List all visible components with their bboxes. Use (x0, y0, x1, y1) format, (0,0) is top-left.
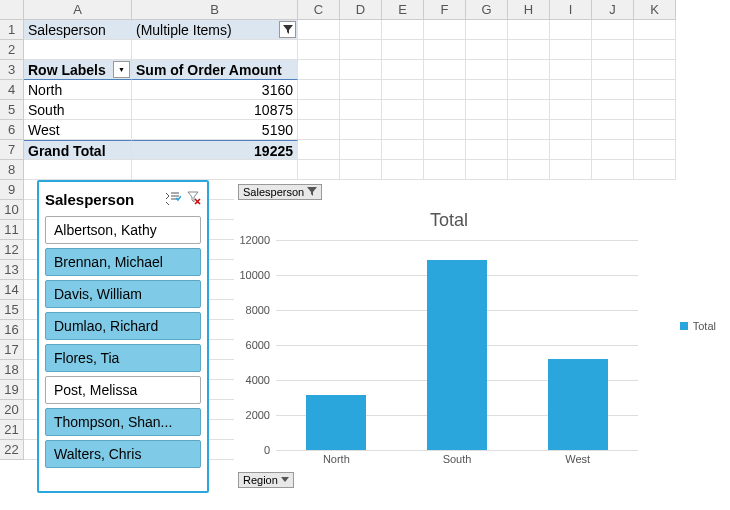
cell[interactable] (424, 100, 466, 120)
col-header-C[interactable]: C (298, 0, 340, 20)
row-header-12[interactable]: 12 (0, 240, 24, 260)
cell[interactable] (550, 160, 592, 180)
row-header-7[interactable]: 7 (0, 140, 24, 160)
cell[interactable] (298, 120, 340, 140)
clear-filter-icon[interactable] (187, 191, 201, 208)
cell[interactable] (634, 20, 676, 40)
cell[interactable] (550, 60, 592, 80)
cell[interactable] (424, 120, 466, 140)
row-header-22[interactable]: 22 (0, 440, 24, 460)
cell[interactable] (424, 80, 466, 100)
cell[interactable] (634, 160, 676, 180)
pivot-row-label[interactable]: South (24, 100, 132, 120)
row-labels-dropdown-icon[interactable]: ▼ (113, 61, 130, 78)
row-header-17[interactable]: 17 (0, 340, 24, 360)
row-header-19[interactable]: 19 (0, 380, 24, 400)
cell[interactable] (508, 160, 550, 180)
slicer-item[interactable]: Dumlao, Richard (45, 312, 201, 340)
cell[interactable] (508, 40, 550, 60)
cell[interactable] (508, 100, 550, 120)
cell[interactable] (298, 140, 340, 160)
chart-filter-salesperson[interactable]: Salesperson (238, 184, 322, 200)
row-header-8[interactable]: 8 (0, 160, 24, 180)
pivot-row-value[interactable]: 10875 (132, 100, 298, 120)
cell[interactable] (298, 100, 340, 120)
row-header-18[interactable]: 18 (0, 360, 24, 380)
slicer-item[interactable]: Brennan, Michael (45, 248, 201, 276)
cell[interactable] (592, 80, 634, 100)
cell[interactable] (24, 40, 132, 60)
cell[interactable] (466, 160, 508, 180)
cell[interactable] (634, 60, 676, 80)
chart-filter-region[interactable]: Region (238, 472, 294, 488)
cell[interactable] (424, 140, 466, 160)
col-header-E[interactable]: E (382, 0, 424, 20)
row-header-3[interactable]: 3 (0, 60, 24, 80)
cell[interactable] (132, 160, 298, 180)
cell[interactable] (592, 100, 634, 120)
cell[interactable] (550, 40, 592, 60)
cell[interactable] (508, 120, 550, 140)
row-header-4[interactable]: 4 (0, 80, 24, 100)
cell[interactable] (466, 20, 508, 40)
row-header-20[interactable]: 20 (0, 400, 24, 420)
cell[interactable] (382, 20, 424, 40)
cell[interactable] (466, 100, 508, 120)
cell[interactable] (550, 140, 592, 160)
cell[interactable] (592, 60, 634, 80)
slicer-item[interactable]: Walters, Chris (45, 440, 201, 468)
cell[interactable] (466, 140, 508, 160)
pivot-total-label[interactable]: Grand Total (24, 140, 132, 160)
cell[interactable] (634, 140, 676, 160)
cell[interactable] (424, 60, 466, 80)
col-header-I[interactable]: I (550, 0, 592, 20)
cell[interactable] (340, 120, 382, 140)
cell[interactable] (298, 60, 340, 80)
pivot-chart[interactable]: Salesperson Region Total 020004000600080… (234, 180, 726, 492)
row-header-13[interactable]: 13 (0, 260, 24, 280)
pivot-row-value[interactable]: 5190 (132, 120, 298, 140)
cell[interactable] (298, 20, 340, 40)
cell[interactable] (508, 60, 550, 80)
col-header-D[interactable]: D (340, 0, 382, 20)
cell[interactable] (382, 160, 424, 180)
cell[interactable] (424, 20, 466, 40)
cell[interactable] (424, 160, 466, 180)
row-header-15[interactable]: 15 (0, 300, 24, 320)
cell[interactable] (382, 40, 424, 60)
cell[interactable] (508, 20, 550, 40)
row-header-11[interactable]: 11 (0, 220, 24, 240)
cell[interactable] (382, 100, 424, 120)
cell[interactable] (466, 80, 508, 100)
cell[interactable] (466, 40, 508, 60)
col-header-A[interactable]: A (24, 0, 132, 20)
col-header-B[interactable]: B (132, 0, 298, 20)
cell[interactable] (24, 160, 132, 180)
col-header-G[interactable]: G (466, 0, 508, 20)
cell[interactable] (298, 160, 340, 180)
cell[interactable] (382, 60, 424, 80)
cell[interactable] (132, 40, 298, 60)
cell[interactable] (508, 140, 550, 160)
cell[interactable] (340, 80, 382, 100)
cell[interactable] (550, 20, 592, 40)
cell[interactable] (382, 80, 424, 100)
pivot-value-header[interactable]: Sum of Order Amount (132, 60, 298, 80)
cell[interactable] (340, 40, 382, 60)
col-header-H[interactable]: H (508, 0, 550, 20)
row-header-6[interactable]: 6 (0, 120, 24, 140)
pivot-filter-label[interactable]: Salesperson (24, 20, 132, 40)
cell[interactable] (592, 120, 634, 140)
pivot-row-label[interactable]: West (24, 120, 132, 140)
col-header-J[interactable]: J (592, 0, 634, 20)
cell[interactable] (508, 80, 550, 100)
select-all-corner[interactable] (0, 0, 24, 20)
col-header-F[interactable]: F (424, 0, 466, 20)
row-header-21[interactable]: 21 (0, 420, 24, 440)
cell[interactable] (466, 120, 508, 140)
cell[interactable] (382, 140, 424, 160)
cell[interactable] (550, 100, 592, 120)
bar[interactable] (548, 359, 608, 450)
cell[interactable] (340, 160, 382, 180)
cell[interactable] (424, 40, 466, 60)
